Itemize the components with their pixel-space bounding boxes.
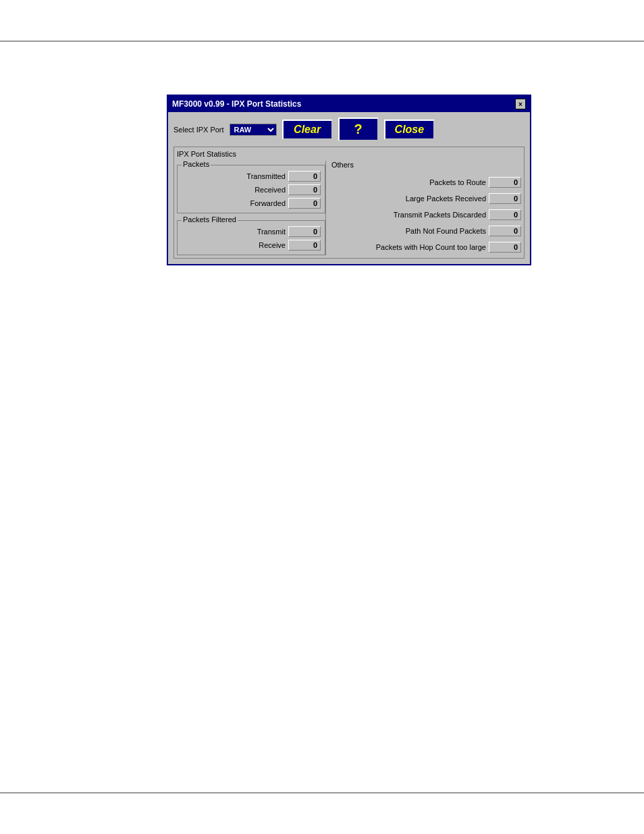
toolbar-row: Select IPX Port RAW Clear ? Close: [173, 118, 525, 141]
transmitted-value: 0: [288, 171, 321, 182]
hop-count-label: Packets with Hop Count too large: [331, 243, 486, 251]
packets-filtered-group: Packets Filtered Transmit 0 Receive 0: [177, 220, 325, 255]
stats-outer-box: IPX Port Statistics Packets Transmitted …: [173, 147, 525, 259]
transmit-discarded-label: Transmit Packets Discarded: [331, 211, 486, 219]
receive-filtered-value: 0: [288, 240, 321, 251]
ipx-port-statistics-label: IPX Port Statistics: [177, 150, 521, 158]
forwarded-label: Forwarded: [182, 199, 286, 207]
help-button[interactable]: ?: [338, 118, 379, 141]
path-not-found-label: Path Not Found Packets: [331, 227, 486, 235]
packets-to-route-value: 0: [489, 177, 521, 188]
receive-filtered-row: Receive 0: [182, 240, 321, 251]
ipx-port-select[interactable]: RAW: [230, 124, 277, 136]
receive-filtered-label: Receive: [182, 241, 286, 249]
transmitted-label: Transmitted: [182, 172, 286, 180]
forwarded-row: Forwarded 0: [182, 198, 321, 209]
received-row: Received 0: [182, 184, 321, 195]
hop-count-value: 0: [489, 242, 521, 253]
forwarded-value: 0: [288, 198, 321, 209]
path-not-found-row: Path Not Found Packets 0: [331, 226, 521, 236]
path-not-found-value: 0: [489, 226, 521, 236]
clear-button[interactable]: Clear: [282, 120, 333, 140]
dialog-body: Select IPX Port RAW Clear ? Close IPX Po…: [168, 112, 530, 264]
transmit-discarded-value: 0: [489, 209, 521, 220]
bottom-separator: [0, 792, 644, 793]
large-packets-row: Large Packets Received 0: [331, 193, 521, 204]
packets-filtered-label: Packets Filtered: [182, 215, 238, 224]
large-packets-value: 0: [489, 193, 521, 204]
left-column: Packets Transmitted 0 Received 0 Forward…: [177, 161, 325, 255]
transmit-filtered-value: 0: [288, 226, 321, 237]
title-close-button[interactable]: ×: [515, 99, 526, 109]
received-label: Received: [182, 186, 286, 194]
close-button[interactable]: Close: [384, 120, 435, 140]
others-label: Others: [331, 161, 521, 169]
stats-columns: Packets Transmitted 0 Received 0 Forward…: [177, 161, 521, 255]
transmit-filtered-row: Transmit 0: [182, 226, 321, 237]
dialog-title: MF3000 v0.99 - IPX Port Statistics: [172, 99, 515, 109]
transmitted-row: Transmitted 0: [182, 171, 321, 182]
main-dialog: MF3000 v0.99 - IPX Port Statistics × Sel…: [167, 95, 531, 265]
dialog-titlebar: MF3000 v0.99 - IPX Port Statistics ×: [168, 96, 530, 112]
transmit-filtered-label: Transmit: [182, 228, 286, 236]
packets-to-route-label: Packets to Route: [331, 178, 486, 186]
packets-group-label: Packets: [182, 160, 211, 168]
packets-group: Packets Transmitted 0 Received 0 Forward…: [177, 165, 325, 213]
large-packets-label: Large Packets Received: [331, 194, 486, 203]
top-separator: [0, 41, 644, 42]
received-value: 0: [288, 184, 321, 195]
packets-to-route-row: Packets to Route 0: [331, 177, 521, 188]
transmit-discarded-row: Transmit Packets Discarded 0: [331, 209, 521, 220]
right-column: Others Packets to Route 0 Large Packets …: [325, 161, 521, 255]
select-ipx-port-label: Select IPX Port: [173, 126, 224, 134]
hop-count-row: Packets with Hop Count too large 0: [331, 242, 521, 253]
